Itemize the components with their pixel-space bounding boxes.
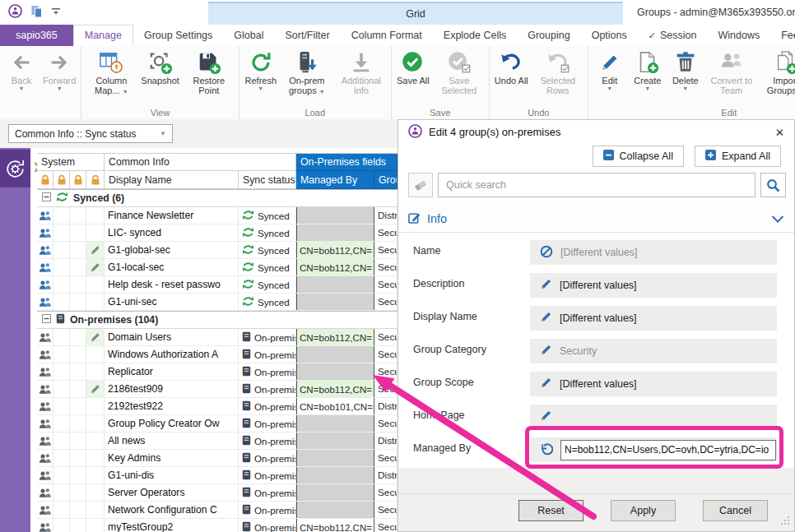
- save-all-button[interactable]: Save All: [394, 47, 432, 107]
- managed-by-cell[interactable]: CN=bob112,CN=: [296, 329, 374, 345]
- sync-status-cell[interactable]: On-premises: [239, 381, 296, 397]
- field-value-group-scope[interactable]: [Different values]: [530, 372, 777, 396]
- group-type-cell[interactable]: Secur: [374, 363, 398, 380]
- display-name-cell[interactable]: 2186test909: [105, 381, 239, 397]
- managed-by-cell[interactable]: [296, 502, 374, 518]
- display-name-cell[interactable]: myTestGroup2: [105, 519, 239, 532]
- sync-status-cell[interactable]: On-premises: [239, 450, 296, 466]
- view-selector-dropdown[interactable]: Common Info :: Sync status ▼: [8, 124, 173, 143]
- managed-by-cell[interactable]: [296, 276, 374, 293]
- display-name-cell[interactable]: Finance Newsletter: [105, 207, 239, 224]
- create-button[interactable]: Create▼: [629, 47, 667, 107]
- column-header-managed-by[interactable]: Managed By: [296, 171, 374, 189]
- grid-row-g1-local-sec[interactable]: G1-local-secSyncedCN=bob112,CN=Secur: [37, 259, 398, 276]
- managed-by-cell[interactable]: [296, 415, 374, 432]
- managed-by-cell[interactable]: CN=bob112,CN=: [296, 519, 374, 532]
- field-value-managed-by[interactable]: [530, 437, 777, 462]
- managed-by-input[interactable]: [560, 440, 776, 460]
- grid-row-network-configuration-c[interactable]: Network Configuration COn-premisesSecur: [37, 502, 398, 519]
- eraser-icon[interactable]: [408, 173, 433, 197]
- group-row-synced-6[interactable]: Synced (6): [37, 189, 398, 207]
- expand-all-button[interactable]: Expand All: [695, 146, 781, 167]
- group-type-cell[interactable]: Distri: [374, 467, 398, 483]
- field-value-group-category[interactable]: Security: [530, 339, 777, 363]
- document-tab[interactable]: Grid: [208, 2, 623, 25]
- lock-icon[interactable]: [86, 171, 105, 189]
- display-name-cell[interactable]: Domain Users: [105, 329, 239, 345]
- tab-feedb[interactable]: Feedb: [770, 25, 795, 46]
- display-name-cell[interactable]: LIC- synced: [105, 224, 239, 241]
- column-header-display-name[interactable]: Display Name: [105, 171, 239, 189]
- display-name-cell[interactable]: G1-uni-dis: [105, 467, 239, 483]
- display-name-cell[interactable]: 2192test922: [105, 398, 239, 414]
- tab-grouping[interactable]: Grouping: [517, 25, 580, 46]
- sync-status-cell[interactable]: On-premises: [239, 502, 296, 518]
- grid-row-domain-users[interactable]: Domain UsersOn-premisesCN=bob112,CN=Secu…: [37, 329, 398, 346]
- collapse-expander-icon[interactable]: [42, 314, 51, 326]
- sync-status-cell[interactable]: On-premises: [239, 433, 296, 449]
- collapse-expander-icon[interactable]: [42, 192, 51, 204]
- sync-status-cell[interactable]: Synced: [239, 242, 296, 258]
- grid-row-g1-uni-dis[interactable]: G1-uni-disOn-premisesDistri: [37, 467, 398, 484]
- group-type-cell[interactable]: Distri: [374, 433, 398, 449]
- grid-row-server-operators[interactable]: Server OperatorsOn-premisesSecur: [37, 484, 398, 502]
- group-type-cell[interactable]: Secur: [374, 242, 398, 258]
- managed-by-cell[interactable]: [296, 294, 374, 310]
- display-name-cell[interactable]: Network Configuration C: [105, 502, 239, 518]
- display-name-cell[interactable]: Help desk - reset passwo: [105, 276, 239, 293]
- grid-row-all-news[interactable]: All newsOn-premisesDistri: [37, 433, 398, 450]
- group-row-on-premises-104[interactable]: On-premises (104): [37, 311, 398, 329]
- field-value-homepage[interactable]: [530, 405, 777, 429]
- tab-session[interactable]: ✓Session: [638, 25, 708, 46]
- sync-status-cell[interactable]: Synced: [239, 259, 296, 275]
- managed-by-cell[interactable]: [296, 467, 374, 483]
- display-name-cell[interactable]: G1-uni-sec: [105, 294, 239, 310]
- group-type-cell[interactable]: Secur: [374, 502, 398, 518]
- grid-row-lic-synced[interactable]: LIC- syncedSyncedSecur: [37, 224, 398, 242]
- sidebar-sync-gear-icon[interactable]: [0, 150, 30, 187]
- copy-window-icon[interactable]: [30, 5, 43, 18]
- tab-global[interactable]: Global: [223, 25, 274, 46]
- sync-status-cell[interactable]: On-premises: [239, 398, 296, 414]
- column-group-on-premises-fields[interactable]: On-Premises fields: [296, 154, 398, 171]
- group-type-cell[interactable]: Secur: [374, 346, 398, 363]
- grid-row-replicator[interactable]: ReplicatorOn-premisesSecur: [37, 363, 398, 381]
- sync-status-cell[interactable]: On-premises: [239, 519, 296, 532]
- chevron-down-icon[interactable]: [771, 215, 784, 223]
- field-value-display-name[interactable]: [Different values]: [530, 306, 777, 331]
- display-name-cell[interactable]: G1-local-sec: [105, 259, 239, 275]
- sync-status-cell[interactable]: On-premises: [239, 484, 296, 501]
- managed-by-cell[interactable]: [296, 224, 374, 241]
- group-type-cell[interactable]: Distri: [374, 398, 398, 414]
- tab-explode-cells[interactable]: Explode Cells: [433, 25, 517, 46]
- import-groups-button[interactable]: Import Groups ▼: [759, 47, 795, 107]
- group-type-cell[interactable]: Secur: [374, 450, 398, 466]
- managed-by-cell[interactable]: CN=bob112,CN=: [296, 259, 374, 275]
- grid-row-g1-uni-sec[interactable]: G1-uni-secSyncedSecur: [37, 294, 398, 311]
- reset-button[interactable]: Reset: [518, 500, 583, 521]
- restore-point-button[interactable]: Restore Point: [182, 47, 236, 107]
- grid-row-2192test922[interactable]: 2192test922On-premisesCN=bob101,CN=Distr…: [37, 398, 398, 415]
- sync-status-cell[interactable]: On-premises: [239, 346, 296, 363]
- tab-sapio365[interactable]: sapio365: [0, 25, 73, 46]
- sync-status-cell[interactable]: On-premises: [239, 329, 296, 345]
- delete-button[interactable]: Delete▼: [667, 47, 704, 107]
- managed-by-cell[interactable]: [296, 484, 374, 501]
- group-type-cell[interactable]: Secur: [374, 259, 398, 275]
- grid-row-help-desk-reset-passwo[interactable]: Help desk - reset passwoSyncedSecur: [37, 276, 398, 294]
- info-section-header[interactable]: Info: [398, 206, 794, 233]
- column-map-button[interactable]: Column Map... ▼: [84, 47, 138, 107]
- on-prem-groups-button[interactable]: On-prem groups ▼: [280, 47, 334, 107]
- sync-status-cell[interactable]: Synced: [239, 207, 296, 224]
- sync-status-cell[interactable]: On-premises: [239, 363, 296, 380]
- grid-row-windows-authorization-a[interactable]: Windows Authorization AOn-premisesSecur: [37, 346, 398, 363]
- managed-by-cell[interactable]: [296, 363, 374, 380]
- cancel-button[interactable]: Cancel: [703, 500, 768, 521]
- display-name-cell[interactable]: Group Policy Creator Ow: [105, 415, 239, 432]
- display-name-cell[interactable]: Windows Authorization A: [105, 346, 239, 363]
- group-type-cell[interactable]: Secur: [374, 519, 398, 532]
- group-type-cell[interactable]: Secur: [374, 294, 398, 310]
- group-type-cell[interactable]: Secur: [374, 381, 398, 397]
- grid-row-key-admins[interactable]: Key AdminsOn-premisesSecur: [37, 450, 398, 467]
- group-type-cell[interactable]: Secur: [374, 224, 398, 241]
